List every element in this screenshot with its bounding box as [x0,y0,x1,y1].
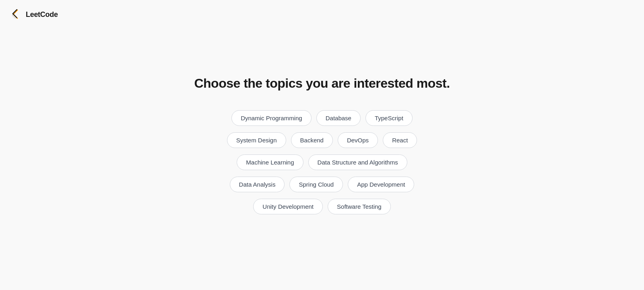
topics-row-row1: Dynamic ProgrammingDatabaseTypeScript [231,110,413,126]
page-title: Choose the topics you are interested mos… [194,76,450,91]
topic-chip-backend[interactable]: Backend [291,132,333,148]
topics-row-row5: Unity DevelopmentSoftware Testing [253,199,390,214]
topic-chip-unity-development[interactable]: Unity Development [253,199,323,214]
topic-chip-app-development[interactable]: App Development [348,177,414,192]
topic-chip-typescript[interactable]: TypeScript [365,110,413,126]
topics-row-row2: System DesignBackendDevOpsReact [227,132,417,148]
topic-chip-software-testing[interactable]: Software Testing [328,199,391,214]
topic-chip-spring-cloud[interactable]: Spring Cloud [289,177,343,192]
logo-text: LeetCode [26,10,58,19]
topic-chip-react[interactable]: React [383,132,417,148]
topic-chip-devops[interactable]: DevOps [338,132,378,148]
topic-chip-dynamic-programming[interactable]: Dynamic Programming [231,110,312,126]
leetcode-logo-icon [10,8,23,21]
topic-chip-data-analysis[interactable]: Data Analysis [230,177,285,192]
topic-chip-data-structure-algorithms[interactable]: Data Structure and Algorithms [308,154,407,170]
topics-container: Dynamic ProgrammingDatabaseTypeScriptSys… [227,110,417,214]
topics-row-row3: Machine LearningData Structure and Algor… [237,154,407,170]
header[interactable]: LeetCode [10,8,58,21]
topics-row-row4: Data AnalysisSpring CloudApp Development [230,177,415,192]
topic-chip-database[interactable]: Database [316,110,361,126]
topic-chip-machine-learning[interactable]: Machine Learning [237,154,303,170]
topic-chip-system-design[interactable]: System Design [227,132,286,148]
main-content: Choose the topics you are interested mos… [0,0,644,290]
